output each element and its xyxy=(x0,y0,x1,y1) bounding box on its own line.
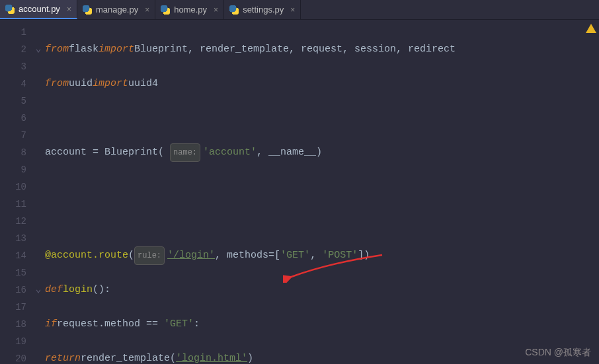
line-number-gutter: 1234567891011121314151617181920 xyxy=(0,20,32,364)
kw-def: def xyxy=(45,281,63,299)
decorator: @account.route xyxy=(45,247,128,264)
kw-return: return xyxy=(45,350,81,364)
comma: , xyxy=(310,247,322,264)
close-icon[interactable]: × xyxy=(214,5,218,15)
line-number: 4 xyxy=(0,75,26,92)
line-number: 12 xyxy=(0,213,26,230)
tmpl-str: 'login.html' xyxy=(176,350,247,364)
line-number: 11 xyxy=(0,196,26,213)
str: 'account' xyxy=(203,144,257,161)
line-number: 19 xyxy=(0,333,26,350)
rest: , __name__) xyxy=(257,144,322,161)
line-number: 10 xyxy=(0,178,26,196)
tab-settings-py[interactable]: settings.py × xyxy=(224,0,301,19)
line-number: 14 xyxy=(0,247,26,264)
line-number: 16 xyxy=(0,281,26,299)
python-icon xyxy=(161,5,170,15)
colon: : xyxy=(194,316,200,333)
line-number: 9 xyxy=(0,161,26,178)
line-number: 8 xyxy=(0,144,26,161)
import-names: Blueprint, render_template, request, ses… xyxy=(134,41,456,58)
tab-label: settings.py xyxy=(243,5,284,15)
kw-from: from xyxy=(45,41,69,58)
open: ( xyxy=(170,350,176,364)
line-number: 20 xyxy=(0,350,26,364)
var: account xyxy=(45,144,87,161)
fn: render_template xyxy=(81,350,170,364)
line-number: 13 xyxy=(0,230,26,247)
close-icon[interactable]: × xyxy=(145,5,149,15)
expr: request.method == xyxy=(57,316,164,333)
str: 'GET' xyxy=(164,316,194,333)
param-hint: rule: xyxy=(134,246,165,265)
close-icon[interactable]: × xyxy=(290,5,295,15)
editor-pane: 1234567891011121314151617181920 ⌄from fl… xyxy=(0,20,599,364)
post-str: 'POST' xyxy=(322,247,358,264)
kw-import: import xyxy=(93,75,128,92)
kw-import: import xyxy=(99,41,134,58)
rest: (): xyxy=(93,281,110,299)
line-number: 1 xyxy=(0,24,26,41)
tab-label: manage.py xyxy=(96,5,138,15)
get-str: 'GET' xyxy=(280,247,310,264)
line-number: 6 xyxy=(0,110,26,127)
tab-label: account.py xyxy=(19,4,60,14)
line-number: 15 xyxy=(0,264,26,281)
import-name: uuid4 xyxy=(128,75,158,92)
fn-name: login xyxy=(63,281,93,299)
mid: , methods=[ xyxy=(215,247,280,264)
line-number: 18 xyxy=(0,316,26,333)
paren: ( xyxy=(128,247,134,264)
tab-account-py[interactable]: account.py × xyxy=(0,0,77,19)
param-hint: name: xyxy=(170,143,200,162)
watermark-text: CSDN @孤寒者 xyxy=(525,347,591,359)
tab-home-py[interactable]: home.py × xyxy=(155,0,224,19)
code-area[interactable]: ⌄from flask import Blueprint, render_tem… xyxy=(32,20,599,364)
close-icon[interactable]: × xyxy=(67,5,71,14)
module: uuid xyxy=(69,75,93,92)
line-number: 17 xyxy=(0,299,26,316)
tab-manage-py[interactable]: manage.py × xyxy=(77,0,155,19)
line-number: 7 xyxy=(0,127,26,144)
python-icon xyxy=(5,5,15,14)
kw-if: if xyxy=(45,316,57,333)
code-area-wrap: ⌄from flask import Blueprint, render_tem… xyxy=(32,20,599,364)
close: ) xyxy=(247,350,253,364)
kw-from: from xyxy=(45,75,69,92)
module: flask xyxy=(69,41,99,58)
line-number: 3 xyxy=(0,58,26,75)
tab-label: home.py xyxy=(174,5,207,15)
end: ]) xyxy=(358,247,370,264)
line-number: 2 xyxy=(0,41,26,58)
python-icon xyxy=(229,5,239,15)
python-icon xyxy=(83,5,92,15)
route-str: '/login' xyxy=(167,247,215,264)
op-eq: = xyxy=(87,144,104,161)
cls: Blueprint xyxy=(104,144,158,161)
line-number: 5 xyxy=(0,92,26,110)
tab-bar: account.py × manage.py × home.py × setti… xyxy=(0,0,599,20)
